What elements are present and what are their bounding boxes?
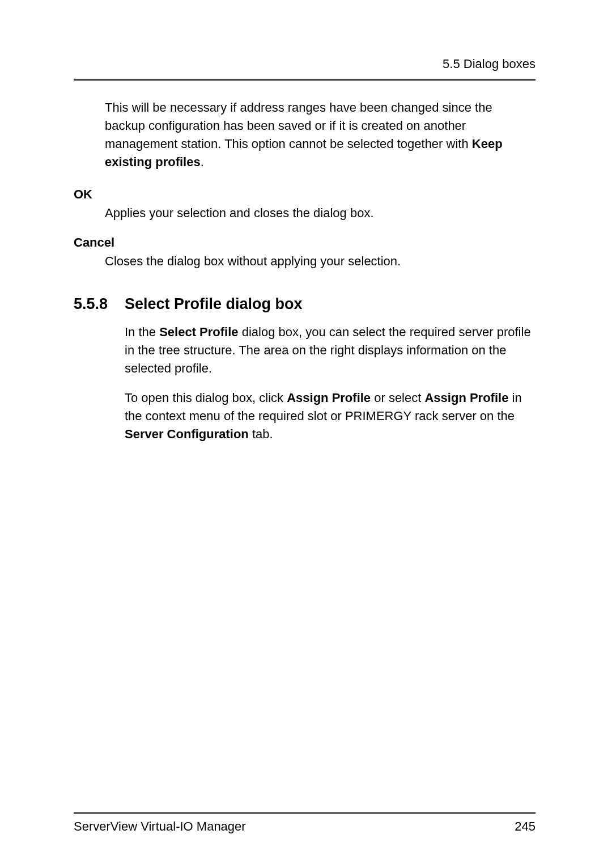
p2-bold-1: Assign Profile (287, 391, 371, 405)
p2-bold-2: Assign Profile (424, 391, 508, 405)
header-section-label: 5.5 Dialog boxes (443, 57, 536, 71)
p2-text-2: or select (371, 391, 424, 405)
definition-term-ok: OK (74, 187, 536, 202)
page-container: 5.5 Dialog boxes This will be necessary … (0, 0, 612, 868)
p2-text-1: To open this dialog box, click (125, 391, 287, 405)
definition-ok: OK Applies your selection and closes the… (74, 187, 536, 222)
body-content: This will be necessary if address ranges… (74, 99, 536, 812)
page-footer: ServerView Virtual-IO Manager 245 (74, 812, 536, 834)
section-heading: 5.5.8 Select Profile dialog box (74, 295, 536, 313)
section-body: In the Select Profile dialog box, you ca… (125, 323, 536, 443)
p1-bold-1: Select Profile (159, 325, 238, 339)
definition-term-cancel: Cancel (74, 235, 536, 250)
footer-page-number: 245 (515, 819, 536, 834)
continuation-paragraph: This will be necessary if address ranges… (105, 99, 536, 171)
footer-title: ServerView Virtual-IO Manager (74, 819, 246, 834)
continuation-text-2: . (201, 155, 204, 169)
running-header: 5.5 Dialog boxes (74, 57, 536, 81)
section-paragraph-1: In the Select Profile dialog box, you ca… (125, 323, 536, 378)
p2-text-4: tab. (249, 427, 273, 441)
definition-desc-ok: Applies your selection and closes the di… (105, 204, 536, 222)
definition-cancel: Cancel Closes the dialog box without app… (74, 235, 536, 270)
section-number: 5.5.8 (74, 295, 125, 313)
continuation-text-1: This will be necessary if address ranges… (105, 100, 492, 151)
p2-bold-3: Server Configuration (125, 427, 249, 441)
definition-desc-cancel: Closes the dialog box without applying y… (105, 252, 536, 270)
section-title: Select Profile dialog box (125, 295, 303, 313)
p1-text-1: In the (125, 325, 159, 339)
paragraph-text: This will be necessary if address ranges… (105, 99, 536, 171)
section-paragraph-2: To open this dialog box, click Assign Pr… (125, 389, 536, 443)
